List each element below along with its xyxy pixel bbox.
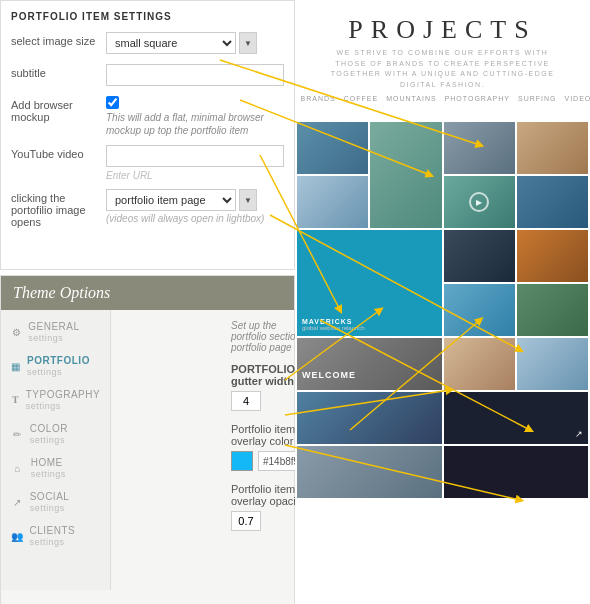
- grid-item-dark[interactable]: [444, 230, 515, 282]
- projects-panel: PROJECTS WE STRIVE TO COMBINE OUR EFFORT…: [295, 0, 590, 604]
- grid-item-2[interactable]: [370, 122, 441, 228]
- theme-options-header: Theme Options: [1, 276, 294, 310]
- youtube-row: YouTube video Enter URL: [11, 145, 284, 181]
- projects-title: PROJECTS: [305, 15, 580, 45]
- projects-subtitle: WE STRIVE TO COMBINE OUR EFFORTS WITH TH…: [305, 48, 580, 90]
- grid-item-pattern[interactable]: ↗: [444, 392, 589, 444]
- nav-color-label: COLOR settings: [30, 423, 100, 445]
- grid-item-4[interactable]: [517, 122, 588, 174]
- sidebar-item-portfolio[interactable]: ▦ PORTFOLIO settings: [1, 349, 110, 383]
- projects-header: PROJECTS WE STRIVE TO COMBINE OUR EFFORT…: [295, 0, 590, 122]
- image-size-select-wrap: small square medium large ▼: [106, 32, 284, 54]
- mavericks-overlay: MAVERICKS global website relaunch: [302, 318, 365, 331]
- nav-video[interactable]: VIDEO: [564, 95, 590, 109]
- people-icon: 👥: [11, 529, 24, 543]
- portfolio-grid: ▶ MAVERICKS global website relaunch WELC…: [295, 122, 590, 498]
- subtitle-control: [106, 64, 284, 86]
- mavericks-subtitle: global website relaunch: [302, 325, 365, 331]
- youtube-control: Enter URL: [106, 145, 284, 181]
- sidebar-item-clients[interactable]: 👥 CLIENTS settings: [1, 519, 110, 553]
- nav-coffee[interactable]: COFFEE: [344, 95, 378, 109]
- overlay-color-swatch[interactable]: [231, 451, 253, 471]
- link-icon: ↗: [575, 429, 583, 439]
- nav-brands[interactable]: BRANDS: [301, 95, 336, 109]
- grid-item-mavericks[interactable]: MAVERICKS global website relaunch: [297, 230, 442, 336]
- nav-typography-label: TYPOGRAPHY settings: [26, 389, 100, 411]
- image-size-control: small square medium large ▼: [106, 32, 284, 54]
- browser-mockup-hint: This will add a flat, minimal browser mo…: [106, 111, 284, 137]
- typography-icon: 𝐓: [11, 393, 20, 407]
- gutter-width-input[interactable]: [231, 391, 261, 411]
- browser-mockup-checkbox[interactable]: [106, 96, 119, 109]
- nav-portfolio-label: PORTFOLIO settings: [27, 355, 100, 377]
- youtube-label: YouTube video: [11, 145, 106, 160]
- grid-item-3[interactable]: [444, 122, 515, 174]
- browser-mockup-label: Add browser mockup: [11, 96, 106, 123]
- gear-icon: ⚙: [11, 325, 22, 339]
- clicking-control: portfolio item page lightbox ▼ (videos w…: [106, 189, 284, 224]
- grid-item-dark2[interactable]: [444, 446, 589, 498]
- browser-mockup-checkbox-row: [106, 96, 284, 109]
- url-hint: Enter URL: [106, 170, 284, 181]
- overlay-opacity-input[interactable]: [231, 511, 261, 531]
- theme-options-panel: Theme Options ⚙ GENERAL settings ▦ PORTF…: [0, 275, 295, 604]
- image-size-select[interactable]: small square medium large: [106, 32, 236, 54]
- subtitle-input[interactable]: [106, 64, 284, 86]
- clicking-row: clicking the portofilio image opens port…: [11, 189, 284, 228]
- clicking-select-wrap: portfolio item page lightbox ▼: [106, 189, 284, 211]
- grid-item-coffee[interactable]: [517, 230, 588, 282]
- grid-item-welcome[interactable]: WELCOME: [297, 338, 442, 390]
- subtitle-label: subtitle: [11, 64, 106, 79]
- clicking-select[interactable]: portfolio item page lightbox: [106, 189, 236, 211]
- grid-item-aerial2[interactable]: [517, 338, 588, 390]
- grid-item-surf3[interactable]: [297, 392, 442, 444]
- welcome-overlay: WELCOME: [302, 370, 356, 380]
- image-size-label: select image size: [11, 32, 106, 47]
- clicking-arrow[interactable]: ▼: [239, 189, 257, 211]
- projects-nav: SHOW ALL BRANDS COFFEE MOUNTAINS PHOTOGR…: [305, 95, 580, 109]
- nav-home-label: HOME settings: [31, 457, 100, 479]
- mavericks-title: MAVERICKS: [302, 318, 365, 325]
- nav-clients-label: CLIENTS settings: [30, 525, 101, 547]
- browser-mockup-row: Add browser mockup This will add a flat,…: [11, 96, 284, 137]
- theme-nav: ⚙ GENERAL settings ▦ PORTFOLIO settings …: [1, 310, 111, 590]
- grid-item-green[interactable]: [517, 284, 588, 336]
- nav-general-label: GENERAL settings: [28, 321, 100, 343]
- sidebar-item-home[interactable]: ⌂ HOME settings: [1, 451, 110, 485]
- grid-item-7[interactable]: ▶: [444, 176, 515, 228]
- nav-mountains[interactable]: MOUNTAINS: [386, 95, 436, 109]
- grid-item-sky[interactable]: [444, 284, 515, 336]
- home-icon: ⌂: [11, 461, 25, 475]
- nav-photography[interactable]: PHOTOGRAPHY: [445, 95, 510, 109]
- pencil-icon: ✏: [11, 427, 24, 441]
- share-icon: ↗: [11, 495, 24, 509]
- portfolio-item-settings-panel: PORTFOLIO ITEM SETTINGS select image siz…: [0, 0, 295, 270]
- grid-item-person[interactable]: [444, 338, 515, 390]
- gutter-label-text: PORTFOLIO gutter width: [231, 363, 295, 387]
- grid-item-6[interactable]: [517, 176, 588, 228]
- theme-options-title: Theme Options: [13, 284, 110, 301]
- clicking-hint: (videos will always open in lightbox): [106, 213, 284, 224]
- grid-icon: ▦: [11, 359, 21, 373]
- sidebar-item-general[interactable]: ⚙ GENERAL settings: [1, 315, 110, 349]
- sidebar-item-social[interactable]: ↗ SOCIAL settings: [1, 485, 110, 519]
- sidebar-item-typography[interactable]: 𝐓 TYPOGRAPHY settings: [1, 383, 110, 417]
- image-size-row: select image size small square medium la…: [11, 32, 284, 56]
- subtitle-row: subtitle: [11, 64, 284, 88]
- grid-item-mtn2[interactable]: [297, 446, 442, 498]
- nav-surfing[interactable]: SURFING: [518, 95, 557, 109]
- clicking-label: clicking the portofilio image opens: [11, 189, 106, 228]
- grid-item-5[interactable]: [297, 176, 368, 228]
- image-size-arrow[interactable]: ▼: [239, 32, 257, 54]
- grid-item-1[interactable]: [297, 122, 368, 174]
- browser-mockup-control: This will add a flat, minimal browser mo…: [106, 96, 284, 137]
- play-icon: ▶: [469, 192, 489, 212]
- youtube-input[interactable]: [106, 145, 284, 167]
- nav-social-label: SOCIAL settings: [30, 491, 100, 513]
- panel-title: PORTFOLIO ITEM SETTINGS: [11, 11, 284, 22]
- sidebar-item-color[interactable]: ✏ COLOR settings: [1, 417, 110, 451]
